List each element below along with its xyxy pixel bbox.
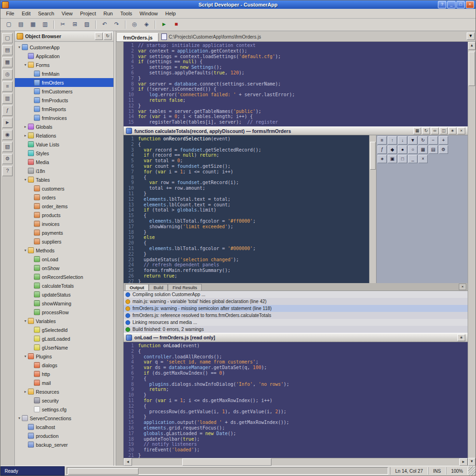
tree-item-localhost[interactable]: localhost (15, 423, 113, 431)
menu-view[interactable]: View (58, 10, 77, 17)
tree-item-frmorders[interactable]: frmOrders (15, 78, 113, 87)
expander-icon[interactable]: ▾ (17, 45, 22, 49)
tree-item-orders[interactable]: orders (15, 193, 113, 202)
tree-item-gselectedid[interactable]: gSelectedId (15, 325, 113, 334)
filter-button[interactable]: ▼ (408, 136, 417, 145)
tree-item-production[interactable]: production (15, 431, 113, 440)
flat-view-button[interactable]: ▤ (429, 145, 438, 154)
sort-desc-button[interactable]: ↓ (398, 136, 407, 145)
tree-item-mail[interactable]: mail (15, 378, 113, 387)
scroll-right-arrow[interactable]: ► (459, 458, 468, 466)
tree-item-variables[interactable]: ▾Variables (15, 317, 113, 325)
expander-icon[interactable]: ▾ (23, 354, 28, 358)
tree-item-customerapp[interactable]: ▾CustomerApp (15, 43, 113, 52)
cut-button[interactable]: ✂ (57, 20, 68, 30)
run-button[interactable]: ► (2, 118, 13, 128)
tree-item-onrecordselection[interactable]: onRecordSelection (15, 272, 113, 281)
middle-editor-scrollbar[interactable] (369, 135, 376, 283)
expander-icon[interactable]: ▸ (23, 125, 28, 129)
run-button[interactable]: ► (159, 20, 170, 30)
tree-item-updatestatus[interactable]: updateStatus (15, 290, 113, 299)
scroll-down-arrow[interactable]: ▼ (468, 458, 476, 466)
tree-item-frmproducts[interactable]: frmProducts (15, 96, 113, 105)
tree-item-plugins[interactable]: ▾Plugins (15, 352, 113, 361)
expander-icon[interactable]: ▾ (23, 178, 28, 182)
code-editor-middle[interactable]: 1function onRecordSelection(event)2{3 va… (124, 135, 369, 283)
status-scrollbar[interactable] (66, 467, 388, 475)
expander-icon[interactable]: ▾ (17, 416, 22, 420)
close-button[interactable]: × (466, 1, 474, 8)
tree-item-frmmain[interactable]: frmMain (15, 69, 113, 78)
scroll-up-arrow[interactable]: ▲ (468, 42, 476, 50)
debug-button[interactable]: ◉ (2, 130, 13, 140)
message-row[interactable]: Linking resources and media ... (124, 319, 468, 326)
tab-list-button[interactable]: ▼ (467, 33, 475, 40)
open-button[interactable]: ▤ (15, 20, 26, 30)
tree-item-showwarning[interactable]: showWarning (15, 299, 113, 308)
search-button[interactable]: ◎ (2, 69, 13, 79)
paste-button[interactable]: ▨ (81, 20, 93, 30)
refresh-panel-button[interactable]: ↻ (418, 136, 428, 145)
collapse-all-button[interactable]: − (95, 33, 103, 40)
expander-icon[interactable]: ▾ (23, 63, 28, 67)
help-button[interactable]: ? (2, 166, 13, 176)
message-row[interactable]: Compiling solution CustomerApp ... (124, 291, 468, 298)
show-events-button[interactable]: ● (398, 145, 407, 154)
code-editor-button[interactable]: ƒ (2, 106, 13, 116)
menu-search[interactable]: Search (34, 10, 58, 17)
tree-item-application[interactable]: Application (15, 52, 113, 60)
tree-item-gusername[interactable]: gUserName (15, 343, 113, 352)
tree-item-security[interactable]: security (15, 396, 113, 405)
expander-icon[interactable]: ▾ (23, 248, 28, 252)
pin-editor-button[interactable]: ∗ (449, 127, 456, 134)
tree-item-styles[interactable]: Styles (15, 149, 113, 158)
tree-item-backup-server[interactable]: backup_server (15, 440, 113, 449)
tab-output[interactable]: Output (125, 284, 149, 291)
show-fields-button[interactable]: ◆ (388, 145, 397, 154)
show-functions-button[interactable]: ƒ (377, 145, 387, 154)
tree-item-frmcustomers[interactable]: frmCustomers (15, 87, 113, 96)
print-button[interactable]: ▥ (40, 20, 51, 30)
settings-button[interactable]: ⚙ (2, 154, 13, 164)
tree-item-value-lists[interactable]: Value Lists (15, 140, 113, 149)
tree-item-resources[interactable]: ▸Resources (15, 387, 113, 396)
save-button[interactable]: ▦ (27, 20, 39, 30)
save-method-button[interactable]: ▦ (413, 127, 421, 134)
tree-item-globals[interactable]: ▸Globals (15, 122, 113, 131)
scrollbar-thumb[interactable] (469, 52, 475, 86)
stop-button[interactable]: ■ (171, 20, 182, 30)
refresh-button[interactable]: ↻ (104, 33, 112, 40)
copy-button[interactable]: ⊞ (69, 20, 80, 30)
tree-item-i18n[interactable]: i18n (15, 166, 113, 175)
minimize-button[interactable]: _ (447, 1, 456, 8)
close-editor-button[interactable]: × (457, 127, 465, 134)
tree-item-tables[interactable]: ▾Tables (15, 175, 113, 184)
scrollbar-thumb[interactable] (68, 468, 139, 475)
tab-build[interactable]: Build (149, 284, 168, 291)
undo-button[interactable]: ↶ (99, 20, 110, 30)
dock-panel-button[interactable]: ▣ (388, 155, 397, 163)
tree-item-methods[interactable]: ▾Methods (15, 246, 113, 255)
message-row[interactable]: main.js: warning - variable 'total' hide… (124, 298, 468, 305)
tree-item-order-items[interactable]: order_items (15, 202, 113, 211)
tree-item-glastloaded[interactable]: gLastLoaded (15, 334, 113, 343)
resize-grip[interactable] (468, 466, 476, 476)
open-file-button[interactable]: ▤ (2, 45, 13, 55)
float-panel-button[interactable]: □ (398, 155, 407, 163)
code-editor-top[interactable]: 1// startup: initialize application cont… (124, 42, 468, 126)
close-panel-button[interactable]: × (418, 155, 428, 163)
show-inherited-button[interactable]: ○ (408, 145, 417, 154)
tree-item-invoices[interactable]: invoices (15, 219, 113, 228)
object-tree-button[interactable]: ≡ (2, 81, 13, 92)
menu-tools[interactable]: Tools (117, 10, 136, 17)
tree-item-payments[interactable]: payments (15, 228, 113, 237)
tree-item-suppliers[interactable]: suppliers (15, 237, 113, 246)
tables-button[interactable]: ▥ (2, 93, 13, 104)
message-row[interactable]: Build finished: 0 errors, 2 warnings (124, 326, 468, 333)
scroll-left-arrow[interactable]: ◄ (124, 458, 132, 466)
horizontal-scrollbar[interactable]: ◄ ► (124, 458, 468, 466)
menu-edit[interactable]: Edit (18, 10, 34, 17)
menu-run[interactable]: Run (99, 10, 116, 17)
refresh-method-button[interactable]: ↻ (422, 127, 430, 134)
message-row[interactable]: frmOrders.js: warning - missing semicolo… (124, 305, 468, 312)
